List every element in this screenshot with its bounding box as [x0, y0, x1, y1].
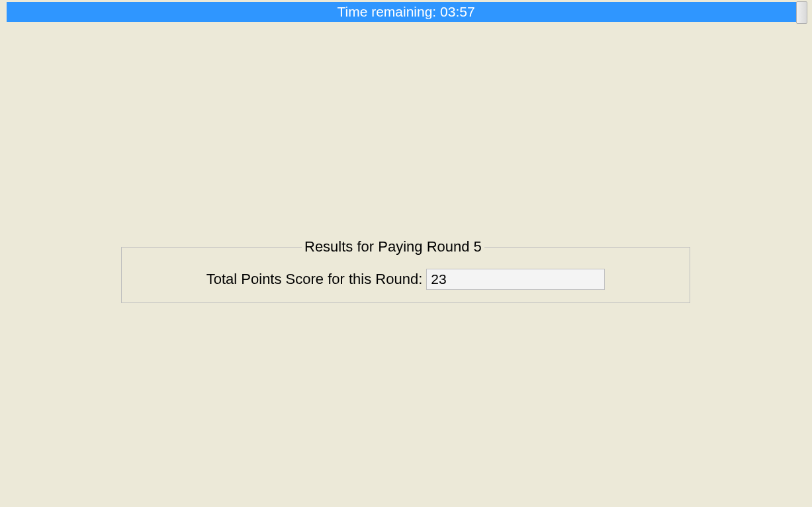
- score-value-field: 23: [426, 269, 605, 290]
- results-panel: Results for Paying Round 5 Total Points …: [121, 247, 690, 303]
- results-legend: Results for Paying Round 5: [302, 238, 484, 255]
- scrollbar-thumb[interactable]: [796, 1, 807, 24]
- score-row: Total Points Score for this Round: 23: [122, 269, 690, 290]
- timer-bar: Time remaining: 03:57: [7, 2, 805, 22]
- timer-text: Time remaining: 03:57: [337, 4, 474, 20]
- score-label: Total Points Score for this Round:: [206, 271, 423, 288]
